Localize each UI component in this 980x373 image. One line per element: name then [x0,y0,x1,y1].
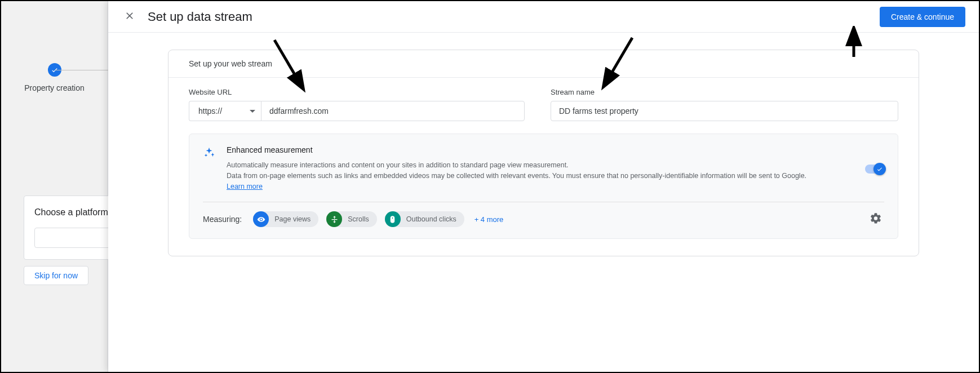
website-url-input[interactable] [261,101,525,121]
enhanced-desc-2: Data from on-page elements such as links… [227,172,806,180]
website-url-label: Website URL [189,88,525,96]
close-icon [124,10,135,23]
protocol-select[interactable]: https:// [189,101,261,121]
chip-outbound: Outbound clicks [385,211,464,227]
scroll-icon [326,211,342,227]
panel-body: Set up your web stream Website URL https… [108,33,979,372]
measurement-settings-button[interactable] [867,210,884,229]
web-stream-card: Set up your web stream Website URL https… [168,50,919,256]
sparkle-icon [203,145,216,192]
measuring-row: Measuring: Page views Scrolls [203,211,884,227]
panel-title: Set up data stream [148,10,252,24]
divider [203,202,884,202]
background-panel: Property creation [1,1,108,372]
stream-name-input[interactable] [551,101,898,121]
card-section-title: Set up your web stream [168,50,919,78]
create-continue-button[interactable]: Create & continue [880,7,965,27]
data-stream-panel: Set up data stream Create & continue Set… [108,1,979,372]
more-events-link[interactable]: + 4 more [475,215,504,224]
toggle-on-icon [873,163,886,175]
enhanced-toggle[interactable] [865,165,884,174]
enhanced-desc-1: Automatically measure interactions and c… [227,161,569,169]
learn-more-link[interactable]: Learn more [227,183,263,190]
chevron-down-icon [250,110,255,113]
chip-label: Page views [274,215,311,223]
skip-for-now-button[interactable]: Skip for now [24,266,88,285]
website-url-field: Website URL https:// [189,88,525,121]
mouse-icon [385,211,401,227]
enhanced-measurement-box: Enhanced measurement Automatically measu… [189,134,898,239]
chip-scrolls: Scrolls [326,211,377,227]
panel-header: Set up data stream Create & continue [108,1,979,33]
step-label: Property creation [24,83,85,92]
measuring-label: Measuring: [203,215,242,224]
stream-name-field: Stream name [551,88,898,121]
stream-name-label: Stream name [551,88,898,96]
eye-icon [253,211,269,227]
protocol-value: https:// [198,106,222,116]
stepper: Property creation [1,63,108,92]
chip-label: Scrolls [348,215,369,223]
chip-page-views: Page views [253,211,318,227]
form-row: Website URL https:// Stream name [189,88,898,121]
enhanced-title: Enhanced measurement [227,145,850,154]
gear-icon [870,218,882,227]
close-button[interactable] [122,8,138,25]
chip-label: Outbound clicks [406,215,456,223]
